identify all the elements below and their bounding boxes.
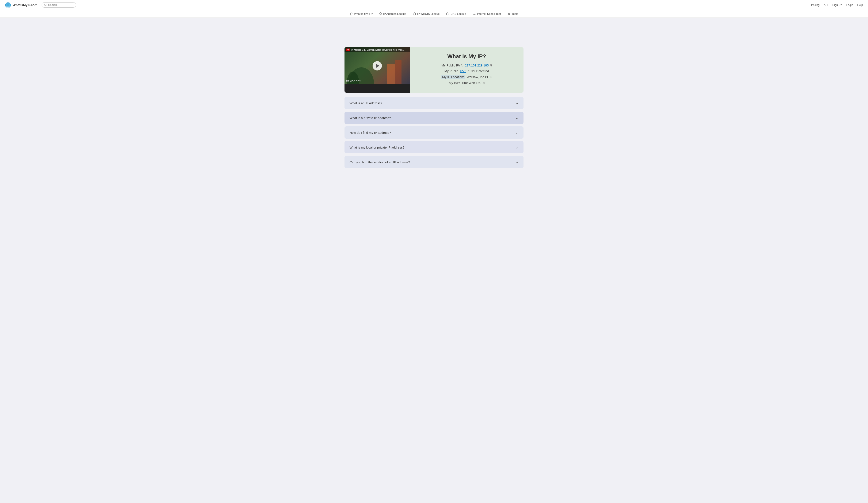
location-row: My IP Location: Warsaw, MZ PL ⎘ <box>441 75 492 79</box>
faq-item-2[interactable]: What is a private IP address? ⌄ <box>344 112 524 124</box>
site-name: WhatIsMyIP.com <box>13 3 37 7</box>
secondary-navbar: What Is My IP? IP Address Lookup IP WHOI… <box>0 10 868 18</box>
svg-line-17 <box>508 13 509 14</box>
ad-space-top <box>0 18 868 39</box>
ipv4-row: My Public IPv4: 217.151.229.185 ⎘ <box>441 63 492 67</box>
isp-value: TimeWeb Ltd. <box>462 81 481 85</box>
search-box[interactable] <box>42 2 76 8</box>
ip-info-panel: What Is My IP? My Public IPv4: 217.151.2… <box>410 47 524 93</box>
nav-pricing[interactable]: Pricing <box>811 3 819 7</box>
faq-item-4[interactable]: What is my local or private IP address? … <box>344 141 524 154</box>
svg-point-16 <box>474 14 475 15</box>
svg-line-6 <box>46 6 46 6</box>
top-nav-left: WhatIsMyIP.com <box>5 2 76 8</box>
isp-copy-icon[interactable]: ⎘ <box>483 81 485 84</box>
faq-chevron-4: ⌄ <box>515 145 518 150</box>
nav-what-is-my-ip[interactable]: What Is My IP? <box>350 12 373 15</box>
faq-question-2: What is a private IP address? <box>350 116 391 119</box>
info-row: AP In Mexico City, women water harvester… <box>344 47 524 93</box>
search-icon <box>44 4 47 6</box>
faq-question-5: Can you find the location of an IP addre… <box>350 160 410 164</box>
ipv6-value: Not Detected <box>471 69 489 73</box>
search-input[interactable] <box>48 3 73 7</box>
faq-question-3: How do I find my IP address? <box>350 131 391 134</box>
tools-icon <box>507 12 510 15</box>
site-logo-icon <box>5 2 11 8</box>
faq-chevron-1: ⌄ <box>515 101 518 105</box>
faq-chevron-2: ⌄ <box>515 115 518 120</box>
ipv6-label: My Public <box>445 69 458 73</box>
faq-item-3[interactable]: How do I find my IP address? ⌄ <box>344 126 524 139</box>
svg-point-8 <box>380 12 382 14</box>
ipv6-link[interactable]: IPv6 <box>460 69 466 73</box>
nav-dns-lookup[interactable]: DNS Lookup <box>446 12 466 15</box>
svg-line-20 <box>508 14 509 15</box>
video-bg: AP In Mexico City, women water harvester… <box>344 47 410 84</box>
top-nav-right: Pricing API Sign Up Login Help <box>811 3 863 7</box>
globe-icon <box>413 12 416 15</box>
nav-tools[interactable]: Tools <box>507 12 518 15</box>
faq-item-1[interactable]: What is an IP address? ⌄ <box>344 97 524 109</box>
isp-row: My ISP: TimeWeb Ltd. ⎘ <box>449 81 484 85</box>
nav-help[interactable]: Help <box>857 3 863 7</box>
faq-question-4: What is my local or private IP address? <box>350 146 404 149</box>
nav-signup[interactable]: Sign Up <box>832 3 842 7</box>
faq-list: What is an IP address? ⌄ What is a priva… <box>344 97 524 168</box>
nav-ip-whois-lookup[interactable]: IP WHOIS Lookup <box>413 12 440 15</box>
ipv4-value[interactable]: 217.151.229.185 <box>465 63 489 67</box>
pin-icon <box>379 12 382 15</box>
location-copy-icon[interactable]: ⎘ <box>490 75 492 78</box>
nav-ip-address-lookup[interactable]: IP Address Lookup <box>379 12 406 15</box>
location-value: Warsaw, MZ PL <box>467 75 489 79</box>
home-icon <box>350 12 353 15</box>
globe2-icon <box>446 12 449 15</box>
ipv4-copy-icon[interactable]: ⎘ <box>490 64 492 67</box>
top-navbar: WhatIsMyIP.com Pricing API Sign Up Login… <box>0 0 868 10</box>
nav-login[interactable]: Login <box>846 3 853 7</box>
svg-point-5 <box>44 4 46 6</box>
faq-chevron-3: ⌄ <box>515 130 518 135</box>
video-location: MEXICO CITY <box>346 80 361 83</box>
ip-info-title: What Is My IP? <box>447 53 486 60</box>
video-panel: AP In Mexico City, women water harvester… <box>344 47 410 93</box>
ipv6-colon: : <box>468 69 469 73</box>
faq-item-5[interactable]: Can you find the location of an IP addre… <box>344 156 524 168</box>
svg-line-19 <box>509 13 510 14</box>
location-label: My IP Location: <box>441 75 465 79</box>
speedometer-icon <box>473 12 476 15</box>
svg-line-18 <box>509 14 510 15</box>
play-button[interactable] <box>373 61 382 71</box>
faq-chevron-5: ⌄ <box>515 160 518 164</box>
ipv6-row: My Public IPv6 : Not Detected <box>445 69 489 73</box>
faq-question-1: What is an IP address? <box>350 101 382 105</box>
nav-api[interactable]: API <box>824 3 828 7</box>
isp-label: My ISP: <box>449 81 460 85</box>
nav-internet-speed-test[interactable]: Internet Speed Test <box>473 12 501 15</box>
svg-rect-7 <box>350 14 352 15</box>
ipv4-label: My Public IPv4: <box>441 63 463 67</box>
main-content: AP In Mexico City, women water harvester… <box>341 39 527 173</box>
